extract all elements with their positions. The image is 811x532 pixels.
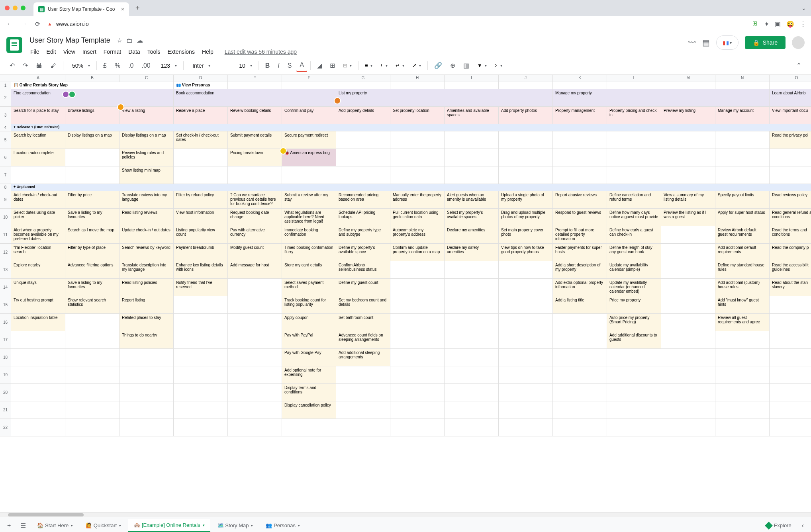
cell-1-E[interactable] [228,82,282,89]
trend-icon[interactable]: 〰 [688,38,696,47]
cell-20-E[interactable] [228,384,282,401]
cell-21-I[interactable] [445,401,499,419]
cell-15-C[interactable]: Report listing [119,296,174,314]
row-11[interactable]: 11 [0,226,11,244]
cell-9-O[interactable]: Read reviews policy [770,191,811,209]
browser-tab[interactable]: ▦ User Story Map Template - Goo × [33,2,129,16]
col-N[interactable]: N [715,75,770,82]
step-13[interactable]: Manage my account [715,107,770,124]
cell-14-L[interactable]: Update my availilbilty calendar (enhance… [607,279,661,296]
cell-21-M[interactable] [661,401,715,419]
step-14[interactable]: View important docu [770,107,811,124]
cell-13-M[interactable] [661,261,715,279]
cell-22-I[interactable] [445,419,499,436]
cell-6-K[interactable] [553,149,607,166]
cell-12-A[interactable]: "I'm Flexible" location search [11,244,65,261]
cell-15-B[interactable]: Show relevant search statistics [65,296,119,314]
close-window[interactable] [5,6,10,10]
cell-10-O[interactable]: Read general refund and conditions [770,209,811,226]
cell-1-J[interactable] [499,82,553,89]
step-11[interactable]: Property pricing and check-in [607,107,661,124]
row-21[interactable]: 21 [0,401,11,419]
collapse-toolbar-icon[interactable]: ⌃ [793,59,805,72]
cell-14-H[interactable] [390,279,445,296]
undo-icon[interactable]: ↶ [6,59,18,72]
cell-16-A[interactable]: Location inspiration table [11,314,65,331]
cell-20-F[interactable]: Display terms and conditions [282,384,336,401]
row-2[interactable]: 2 [0,89,11,107]
cell-19-C[interactable] [119,366,174,384]
row-15[interactable]: 15 [0,296,11,314]
cell-21-B[interactable] [65,401,119,419]
cell-20-C[interactable] [119,384,174,401]
cell-20-O[interactable] [770,384,811,401]
cell-13-N[interactable]: Define my standard house rules [715,261,770,279]
cell-10-J[interactable]: Drag and upload multiple photos of my pr… [499,209,553,226]
cell-9-K[interactable]: Report abusive reviews [553,191,607,209]
cell-15-A[interactable]: Try out hosting prompt [11,296,65,314]
chevron-down-icon[interactable]: ⌄ [801,5,806,11]
cell-18-M[interactable] [661,349,715,366]
cell-1-N[interactable] [715,82,770,89]
row-22[interactable]: 22 [0,419,11,436]
close-tab-icon[interactable]: × [121,6,124,12]
cell-6-E[interactable]: Pricing breakdown [228,149,282,166]
cell-7-L[interactable] [607,166,661,184]
cell-1-L[interactable] [607,82,661,89]
step-0[interactable]: Search for a place to stay [11,107,65,124]
italic-icon[interactable]: I [274,60,282,72]
cell-1-H[interactable] [390,82,445,89]
cell-1-K[interactable] [553,82,607,89]
menu-file[interactable]: File [27,47,43,57]
cell-10-B[interactable]: Save a listing to my favourites [65,209,119,226]
cell-7-I[interactable] [445,166,499,184]
explore-button[interactable]: Explore [761,520,796,531]
cell-18-E[interactable] [228,349,282,366]
cell-21-J[interactable] [499,401,553,419]
cell-17-B[interactable] [65,331,119,349]
cell-9-M[interactable]: View a summary of my listing details [661,191,715,209]
cell-18-O[interactable] [770,349,811,366]
cell-10-L[interactable]: Define how many days notice a guest must… [607,209,661,226]
cell-20-J[interactable] [499,384,553,401]
cell-16-H[interactable] [390,314,445,331]
cell-11-K[interactable]: Prompt to fill out more detailed propert… [553,226,607,244]
cell-15-K[interactable]: Add a listing title [553,296,607,314]
cell-9-B[interactable]: Filter by price [65,191,119,209]
cell-13-K[interactable]: Add a short description of my property [553,261,607,279]
cell-6-L[interactable] [607,149,661,166]
borders-icon[interactable]: ⊞ [327,59,338,72]
cell-7-C[interactable]: Show listing mini map [119,166,174,184]
cell-12-J[interactable]: View tips on how to take good property p… [499,244,553,261]
cell-15-G[interactable]: Set my bedroom count and details [336,296,390,314]
cell-1-G[interactable] [336,82,390,89]
panel-icon[interactable]: ▣ [775,20,781,28]
cell-20-B[interactable] [65,384,119,401]
step-5[interactable]: Confirm and pay [282,107,336,124]
cell-13-L[interactable]: Update my availability calendar (simple) [607,261,661,279]
cell-21-N[interactable] [715,401,770,419]
cell-9-D[interactable]: Filter by refund policy [174,191,228,209]
cell-11-F[interactable]: Immediate booking confirmation [282,226,336,244]
cell-11-J[interactable]: Set main property cover photo [499,226,553,244]
cell-20-A[interactable] [11,384,65,401]
cell-9-F[interactable]: Submit a review after my stay [282,191,336,209]
cell-11-L[interactable]: Define how early a guest can check-in [607,226,661,244]
cell-10-M[interactable]: Preview the listing as if I was a guest [661,209,715,226]
cell-14-J[interactable] [499,279,553,296]
cell-5-O[interactable]: Read the privacy pol [770,131,811,149]
cell-6-C[interactable]: Review listing rules and policies [119,149,174,166]
cell-21-A[interactable] [11,401,65,419]
cell-16-F[interactable]: Apply coupon [282,314,336,331]
url-field[interactable]: ▲ www.avion.io [47,21,747,27]
cell-13-O[interactable]: Read the accessibilit guidelines [770,261,811,279]
cell-22-D[interactable] [174,419,228,436]
cell-16-N[interactable]: Review all guest requirements and agree [715,314,770,331]
cell-12-G[interactable]: Define my property's available space [336,244,390,261]
share-button[interactable]: 🔒 Share [745,36,786,49]
cell-22-M[interactable] [661,419,715,436]
dec-decimal-icon[interactable]: .0 [125,60,137,72]
chart-icon[interactable]: ▥ [460,59,472,72]
cell-11-M[interactable] [661,226,715,244]
cell-13-C[interactable]: Translate description into my language [119,261,174,279]
